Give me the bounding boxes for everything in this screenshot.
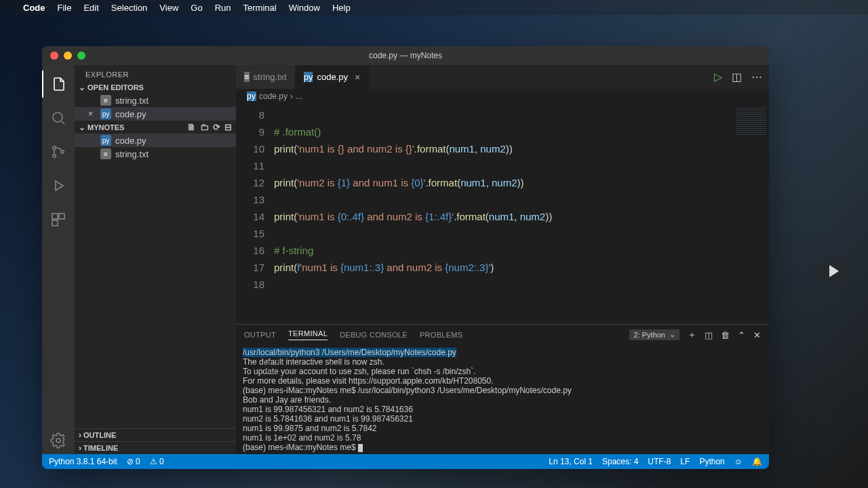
editor-group: ≡ string.txt py code.py × ▷ ◫ ⋯ py code.…: [236, 65, 769, 454]
workspace-header[interactable]: ⌄ MYNOTES 🗎 🗀 ⟳ ⊟: [75, 121, 236, 134]
close-tab-icon[interactable]: ×: [355, 72, 360, 83]
editor-tab[interactable]: py code.py ×: [296, 65, 369, 89]
terminal-body[interactable]: /usr/local/bin/python3 /Users/me/Desktop…: [236, 345, 769, 454]
menu-edit[interactable]: Edit: [83, 3, 98, 13]
minimap[interactable]: [731, 104, 769, 324]
open-editor-item[interactable]: × py code.py: [75, 107, 236, 121]
file-py-icon: py: [100, 108, 111, 119]
status-encoding[interactable]: UTF-8: [648, 457, 671, 466]
status-bell-icon[interactable]: 🔔: [752, 457, 762, 466]
video-play-overlay-icon: [818, 256, 848, 286]
open-editor-item[interactable]: ≡ string.txt: [75, 94, 236, 107]
split-editor-icon[interactable]: ◫: [732, 70, 742, 83]
activity-extensions-icon[interactable]: [42, 206, 75, 233]
svg-rect-6: [52, 220, 58, 226]
svg-rect-5: [59, 214, 64, 219]
split-terminal-icon[interactable]: ◫: [705, 330, 713, 340]
file-label: code.py: [115, 136, 146, 146]
panel-tab-debug[interactable]: DEBUG CONSOLE: [340, 331, 408, 339]
file-label: string.txt: [115, 149, 149, 159]
close-panel-icon[interactable]: ✕: [753, 330, 761, 340]
menu-file[interactable]: File: [58, 3, 72, 13]
collapse-icon[interactable]: ⊟: [224, 122, 232, 132]
more-actions-icon[interactable]: ⋯: [751, 70, 762, 83]
status-language[interactable]: Python: [699, 457, 724, 466]
svg-point-3: [61, 150, 64, 153]
editor-tabbar: ≡ string.txt py code.py × ▷ ◫ ⋯: [236, 65, 769, 89]
file-py-icon: py: [247, 92, 256, 101]
timeline-header[interactable]: › TIMELINE: [75, 441, 236, 454]
outline-header[interactable]: › OUTLINE: [75, 428, 236, 441]
window-close-button[interactable]: [50, 52, 58, 60]
status-python[interactable]: Python 3.8.1 64-bit: [49, 457, 117, 466]
status-bar: Python 3.8.1 64-bit ⊘ 0 ⚠ 0 Ln 13, Col 1…: [42, 454, 769, 469]
activity-settings-icon[interactable]: [42, 427, 75, 454]
status-cursor[interactable]: Ln 13, Col 1: [549, 457, 593, 466]
status-warnings[interactable]: ⚠ 0: [150, 457, 164, 466]
window-title: code.py — myNotes: [369, 51, 442, 60]
panel-tab-terminal[interactable]: TERMINAL: [288, 329, 328, 340]
menu-go[interactable]: Go: [191, 3, 202, 13]
activity-scm-icon[interactable]: [42, 138, 75, 165]
file-txt-icon: ≡: [244, 72, 250, 82]
refresh-icon[interactable]: ⟳: [213, 122, 220, 132]
close-editor-icon[interactable]: ×: [88, 109, 93, 119]
run-code-icon[interactable]: ▷: [714, 70, 722, 83]
file-label: string.txt: [115, 96, 149, 106]
file-tree-item[interactable]: ≡ string.txt: [75, 147, 236, 161]
menu-view[interactable]: View: [159, 3, 178, 13]
breadcrumb-rest: ...: [296, 92, 302, 101]
breadcrumb-file: code.py: [259, 92, 288, 101]
app-menu[interactable]: Code: [23, 3, 45, 13]
tab-label: string.txt: [254, 72, 287, 82]
window-minimize-button[interactable]: [64, 52, 72, 60]
chevron-right-icon: ›: [79, 443, 81, 453]
window-zoom-button[interactable]: [77, 52, 85, 60]
status-spaces[interactable]: Spaces: 4: [602, 457, 638, 466]
menu-selection[interactable]: Selection: [111, 3, 147, 13]
activity-bar: [42, 65, 75, 454]
chevron-right-icon: ›: [79, 430, 81, 440]
new-terminal-icon[interactable]: ＋: [688, 329, 696, 341]
sidebar-title: EXPLORER: [75, 65, 236, 81]
file-tree-item[interactable]: py code.py: [75, 134, 236, 147]
open-editors-tree: ≡ string.txt × py code.py: [75, 94, 236, 121]
new-file-icon[interactable]: 🗎: [187, 122, 196, 132]
new-folder-icon[interactable]: 🗀: [200, 122, 209, 132]
menu-window[interactable]: Window: [289, 3, 320, 13]
maximize-panel-icon[interactable]: ⌃: [738, 330, 745, 340]
vscode-window: code.py — myNotes EXPLORER ⌄ OPEN EDITOR…: [42, 46, 769, 469]
file-label: code.py: [115, 109, 146, 119]
menu-terminal[interactable]: Terminal: [243, 3, 277, 13]
activity-debug-icon[interactable]: [42, 172, 75, 199]
terminal-selector[interactable]: 2: Python: [629, 329, 679, 340]
workspace-label: MYNOTES: [87, 123, 124, 131]
activity-explorer-icon[interactable]: [42, 70, 75, 98]
menu-help[interactable]: Help: [332, 3, 351, 13]
breadcrumb[interactable]: py code.py › ...: [236, 89, 769, 104]
timeline-label: TIMELINE: [83, 444, 118, 452]
status-errors[interactable]: ⊘ 0: [127, 457, 140, 466]
trash-terminal-icon[interactable]: 🗑: [721, 330, 730, 340]
code-content[interactable]: # .format()print('num1 is {} and num2 is…: [274, 104, 731, 324]
activity-search-icon[interactable]: [42, 104, 75, 131]
svg-point-2: [53, 155, 56, 157]
status-eol[interactable]: LF: [680, 457, 690, 466]
code-editor[interactable]: 89101112131415161718 # .format()print('n…: [236, 104, 769, 324]
outline-label: OUTLINE: [83, 431, 116, 439]
titlebar[interactable]: code.py — myNotes: [42, 46, 769, 65]
chevron-down-icon: ⌄: [79, 123, 85, 132]
file-py-icon: py: [100, 135, 111, 146]
breadcrumb-chevron-icon: ›: [290, 92, 293, 101]
chevron-down-icon: ⌄: [79, 83, 85, 92]
open-editors-header[interactable]: ⌄ OPEN EDITORS: [75, 81, 236, 94]
bottom-panel: OUTPUT TERMINAL DEBUG CONSOLE PROBLEMS 2…: [236, 324, 769, 454]
tab-label: code.py: [317, 72, 348, 82]
editor-tab[interactable]: ≡ string.txt: [236, 65, 296, 89]
status-feedback-icon[interactable]: ☺: [734, 457, 743, 466]
file-py-icon: py: [304, 72, 313, 82]
panel-tab-problems[interactable]: PROBLEMS: [420, 331, 463, 339]
panel-tab-output[interactable]: OUTPUT: [244, 331, 276, 339]
open-editors-label: OPEN EDITORS: [87, 83, 144, 92]
menu-run[interactable]: Run: [215, 3, 231, 13]
